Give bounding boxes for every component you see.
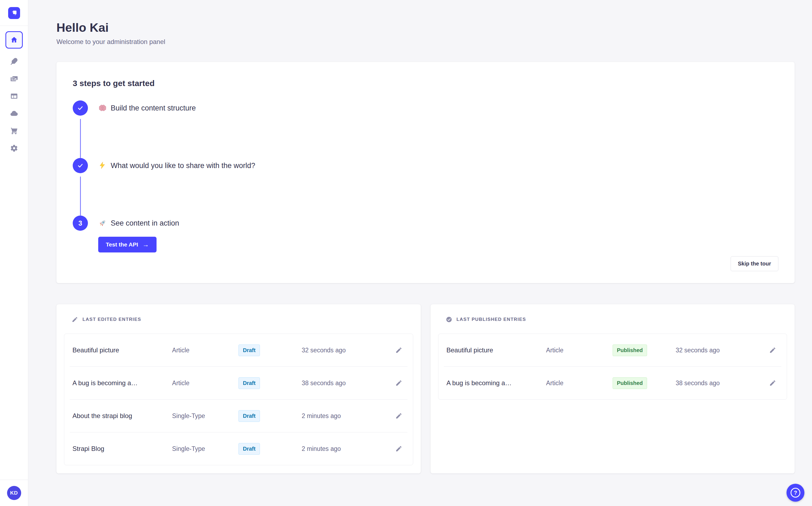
- step-2-label: What would you like to share with the wo…: [111, 162, 255, 170]
- status-badge: Draft: [238, 410, 260, 422]
- entry-time: 32 seconds ago: [676, 347, 767, 354]
- entry-kind: Article: [546, 380, 613, 387]
- sidebar-item-marketplace[interactable]: [9, 126, 19, 136]
- pencil-icon: [395, 445, 402, 452]
- pencil-icon: [395, 380, 402, 387]
- onboarding-card: 3 steps to get started: [57, 62, 795, 283]
- check-circle-icon: [446, 316, 452, 323]
- edited-row-4: Strapi Blog Single-Type Draft 2 minutes …: [64, 432, 413, 465]
- step-2-check-circle: [73, 158, 88, 173]
- pencil-icon: [769, 347, 776, 354]
- edit-entry-button[interactable]: [767, 377, 779, 389]
- step-1-indicator: [73, 100, 88, 158]
- onboarding-steps: Build the content structure: [73, 100, 778, 252]
- sidebar: KD: [0, 0, 28, 506]
- last-edited-title: LAST EDITED ENTRIES: [83, 317, 141, 322]
- pencil-icon: [769, 380, 776, 387]
- cloud-icon: [10, 109, 18, 118]
- last-edited-panel: LAST EDITED ENTRIES Beautiful picture Ar…: [57, 304, 421, 474]
- strapi-mark-icon: [11, 9, 18, 16]
- check-icon: [77, 162, 84, 169]
- status-badge: Draft: [238, 443, 260, 455]
- entry-kind: Article: [172, 380, 238, 387]
- step-see-content-in-action: 3: [73, 216, 778, 252]
- onboarding-title: 3 steps to get started: [73, 79, 778, 88]
- layout-icon: [10, 92, 18, 100]
- step-3-label: See content in action: [111, 219, 179, 228]
- status-badge: Published: [613, 344, 647, 356]
- entry-time: 38 seconds ago: [676, 380, 767, 387]
- page-title: Hello Kai: [57, 21, 795, 35]
- edited-row-1: Beautiful picture Article Draft 32 secon…: [64, 334, 413, 366]
- step-share-with-world: What would you like to share with the wo…: [73, 158, 778, 216]
- edit-entry-button[interactable]: [393, 344, 405, 356]
- entry-title: A bug is becoming a…: [446, 379, 546, 387]
- sidebar-item-content-manager[interactable]: [9, 57, 19, 66]
- sidebar-item-media-library[interactable]: [9, 74, 19, 83]
- entry-title: A bug is becoming a…: [73, 379, 172, 387]
- help-icon: ?: [791, 488, 800, 498]
- last-published-header: LAST PUBLISHED ENTRIES: [438, 316, 787, 323]
- gear-icon: [10, 144, 18, 152]
- entry-time: 2 minutes ago: [302, 412, 393, 420]
- last-published-title: LAST PUBLISHED ENTRIES: [456, 317, 526, 322]
- help-button[interactable]: ?: [787, 484, 804, 502]
- entry-time: 2 minutes ago: [302, 445, 393, 452]
- step-1-title: Build the content structure: [98, 100, 196, 116]
- sidebar-item-cloud[interactable]: [9, 109, 19, 118]
- rocket-emoji: [98, 219, 107, 228]
- entry-kind: Article: [546, 347, 613, 354]
- step-3-body: See content in action Test the API →: [98, 216, 179, 252]
- status-badge: Draft: [238, 377, 260, 389]
- entry-kind: Single-Type: [172, 445, 238, 452]
- published-row-2: A bug is becoming a… Article Published 3…: [438, 367, 787, 399]
- shopping-cart-icon: [10, 126, 18, 135]
- strapi-logo-icon[interactable]: [8, 7, 20, 19]
- edited-row-3: About the strapi blog Single-Type Draft …: [64, 400, 413, 432]
- brain-emoji: [98, 104, 107, 112]
- last-published-panel: LAST PUBLISHED ENTRIES Beautiful picture…: [430, 304, 795, 474]
- logo-section: [0, 0, 28, 26]
- step-3-indicator: 3: [73, 216, 88, 252]
- edit-entry-button[interactable]: [393, 410, 405, 422]
- entry-kind: Article: [172, 347, 238, 354]
- lightning-emoji: [98, 161, 107, 170]
- pencil-icon: [395, 412, 402, 419]
- skip-the-tour-button[interactable]: Skip the tour: [731, 256, 778, 271]
- edit-entry-button[interactable]: [393, 377, 405, 389]
- sidebar-item-settings[interactable]: [9, 144, 19, 153]
- step-2-indicator: [73, 158, 88, 216]
- home-icon: [10, 36, 18, 44]
- user-section: KD: [0, 480, 28, 506]
- last-edited-table: Beautiful picture Article Draft 32 secon…: [64, 334, 413, 465]
- step-3-number: 3: [78, 219, 82, 227]
- edit-entry-button[interactable]: [767, 344, 779, 356]
- edit-entry-button[interactable]: [393, 443, 405, 455]
- sidebar-item-home[interactable]: [5, 31, 23, 49]
- entry-title: Beautiful picture: [73, 346, 172, 354]
- entry-time: 38 seconds ago: [302, 380, 393, 387]
- entry-title: Beautiful picture: [446, 346, 546, 354]
- last-published-table: Beautiful picture Article Published 32 s…: [438, 334, 787, 400]
- test-the-api-button[interactable]: Test the API →: [98, 237, 157, 252]
- pencil-icon: [72, 316, 78, 323]
- check-icon: [77, 104, 84, 111]
- step-build-content-structure: Build the content structure: [73, 100, 778, 158]
- last-edited-header: LAST EDITED ENTRIES: [64, 316, 413, 323]
- step-2-title: What would you like to share with the wo…: [98, 158, 255, 173]
- onboarding-footer: Skip the tour: [73, 256, 778, 271]
- published-row-1: Beautiful picture Article Published 32 s…: [438, 334, 787, 366]
- pencil-icon: [395, 347, 402, 354]
- step-1-label: Build the content structure: [111, 104, 196, 112]
- feather-pen-icon: [10, 57, 18, 65]
- avatar-initials: KD: [10, 490, 18, 496]
- sidebar-item-content-type-builder[interactable]: [9, 91, 19, 101]
- test-the-api-label: Test the API: [106, 241, 138, 248]
- page-subtitle: Welcome to your administration panel: [57, 38, 795, 46]
- entry-panels: LAST EDITED ENTRIES Beautiful picture Ar…: [57, 304, 795, 474]
- page-header: Hello Kai Welcome to your administration…: [57, 21, 795, 46]
- main-content: Hello Kai Welcome to your administration…: [28, 0, 812, 506]
- status-badge: Draft: [238, 344, 260, 356]
- entry-title: About the strapi blog: [73, 412, 172, 420]
- user-avatar[interactable]: KD: [7, 486, 21, 500]
